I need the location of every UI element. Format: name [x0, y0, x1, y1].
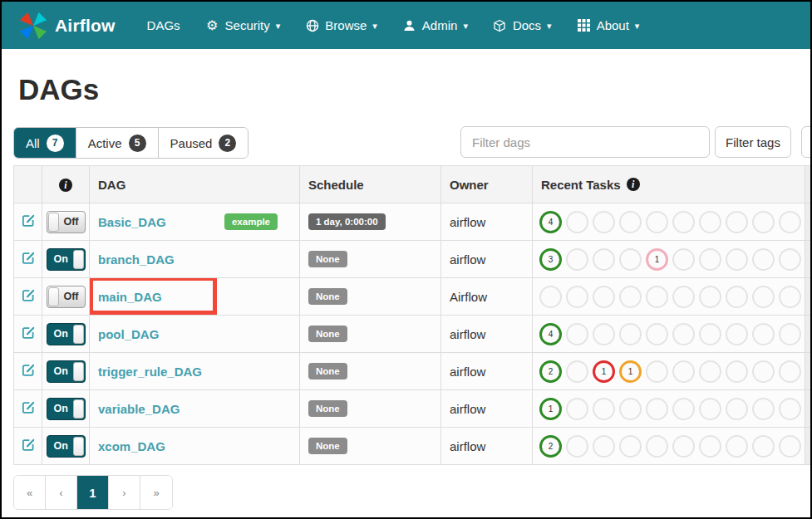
schedule-badge[interactable]: None: [308, 363, 347, 379]
dag-link[interactable]: main_DAG: [98, 290, 162, 304]
page-prev-button[interactable]: ‹: [46, 476, 77, 509]
task-status-circle[interactable]: [752, 211, 775, 233]
dag-link[interactable]: branch_DAG: [98, 252, 175, 267]
task-status-circle[interactable]: [699, 248, 721, 271]
task-status-circle[interactable]: [619, 435, 642, 458]
task-status-circle[interactable]: [593, 248, 615, 271]
task-status-circle[interactable]: [593, 435, 615, 458]
task-status-circle[interactable]: [779, 286, 801, 308]
task-status-circle[interactable]: [593, 211, 615, 233]
task-status-circle[interactable]: [619, 211, 642, 233]
task-status-circle[interactable]: [619, 398, 642, 420]
task-status-circle[interactable]: [566, 435, 588, 458]
task-status-circle[interactable]: [779, 323, 801, 345]
dag-link[interactable]: trigger_rule_DAG: [98, 365, 202, 379]
task-status-circle[interactable]: [539, 286, 562, 308]
task-status-circle[interactable]: [672, 435, 695, 458]
filter-tags-select[interactable]: Filter tags: [715, 126, 791, 158]
header-owner[interactable]: Owner: [441, 166, 533, 203]
dag-pause-toggle[interactable]: On: [47, 435, 86, 458]
edit-icon[interactable]: [21, 400, 36, 415]
info-icon[interactable]: i: [627, 178, 640, 191]
task-status-circle[interactable]: [699, 323, 721, 345]
task-status-circle[interactable]: [646, 360, 668, 383]
nav-item-dags[interactable]: DAGs: [147, 18, 180, 32]
task-status-circle[interactable]: [646, 398, 668, 420]
task-status-circle[interactable]: [566, 286, 588, 308]
schedule-badge[interactable]: None: [308, 326, 347, 342]
task-status-circle[interactable]: [779, 360, 801, 383]
nav-item-about[interactable]: About ▾: [577, 18, 640, 32]
task-status-circle[interactable]: 1: [539, 398, 562, 420]
info-icon[interactable]: i: [59, 179, 72, 192]
task-status-circle[interactable]: 1: [593, 360, 615, 383]
task-status-circle[interactable]: [752, 360, 775, 383]
dag-pause-toggle[interactable]: On: [47, 248, 86, 271]
header-dag[interactable]: DAG: [90, 166, 300, 203]
task-status-circle[interactable]: [646, 323, 668, 345]
schedule-badge[interactable]: None: [308, 400, 347, 417]
dag-link[interactable]: variable_DAG: [98, 402, 180, 416]
edit-icon[interactable]: [21, 213, 36, 228]
dag-pause-toggle[interactable]: On: [47, 398, 86, 420]
edit-icon[interactable]: [21, 438, 36, 453]
header-schedule[interactable]: Schedule: [300, 166, 441, 203]
edit-icon[interactable]: [21, 326, 36, 340]
task-status-circle[interactable]: [752, 323, 775, 345]
edit-icon[interactable]: [21, 251, 36, 266]
task-status-circle[interactable]: [779, 435, 801, 458]
schedule-badge[interactable]: None: [308, 288, 347, 305]
dag-pause-toggle[interactable]: On: [47, 323, 86, 345]
task-status-circle[interactable]: [726, 286, 748, 308]
task-status-circle[interactable]: [672, 323, 695, 345]
task-status-circle[interactable]: [672, 211, 695, 233]
task-status-circle[interactable]: 1: [646, 248, 668, 271]
task-status-circle[interactable]: 1: [619, 360, 642, 383]
schedule-badge[interactable]: None: [308, 251, 347, 267]
task-status-circle[interactable]: [699, 398, 721, 420]
task-status-circle[interactable]: [752, 286, 775, 308]
tab-all[interactable]: All 7: [14, 128, 76, 158]
task-status-circle[interactable]: [566, 211, 588, 233]
dag-pause-toggle[interactable]: On: [47, 360, 86, 383]
task-status-circle[interactable]: [566, 398, 588, 420]
task-status-circle[interactable]: [726, 248, 748, 271]
task-status-circle[interactable]: 2: [539, 435, 562, 458]
task-status-circle[interactable]: 4: [539, 323, 562, 345]
page-last-button[interactable]: »: [140, 476, 172, 509]
page-next-button[interactable]: ›: [109, 476, 140, 509]
schedule-badge[interactable]: 1 day, 0:00:00: [308, 213, 386, 230]
dag-tag-badge[interactable]: example: [224, 213, 278, 230]
right-edge-partial-control[interactable]: [801, 126, 812, 158]
task-status-circle[interactable]: [593, 398, 615, 420]
task-status-circle[interactable]: [726, 211, 748, 233]
page-first-button[interactable]: «: [14, 476, 46, 509]
dag-link[interactable]: Basic_DAG: [98, 215, 166, 229]
page-1-button[interactable]: 1: [77, 476, 109, 509]
nav-item-admin[interactable]: Admin ▾: [402, 18, 468, 32]
task-status-circle[interactable]: [593, 323, 615, 345]
task-status-circle[interactable]: [646, 286, 668, 308]
task-status-circle[interactable]: [752, 435, 775, 458]
schedule-badge[interactable]: None: [308, 438, 347, 454]
task-status-circle[interactable]: [699, 286, 721, 308]
task-status-circle[interactable]: [726, 360, 748, 383]
task-status-circle[interactable]: 3: [539, 248, 562, 271]
task-status-circle[interactable]: [726, 435, 748, 458]
task-status-circle[interactable]: [779, 211, 801, 233]
task-status-circle[interactable]: [566, 360, 588, 383]
tab-paused[interactable]: Paused 2: [159, 128, 249, 158]
task-status-circle[interactable]: [779, 398, 801, 420]
task-status-circle[interactable]: [752, 398, 775, 420]
dag-link[interactable]: xcom_DAG: [98, 439, 165, 453]
task-status-circle[interactable]: [699, 360, 721, 383]
task-status-circle[interactable]: [699, 435, 721, 458]
nav-item-docs[interactable]: Docs ▾: [493, 18, 552, 32]
task-status-circle[interactable]: [619, 286, 642, 308]
edit-icon[interactable]: [21, 363, 36, 378]
tab-active[interactable]: Active 5: [76, 128, 159, 158]
task-status-circle[interactable]: [566, 323, 588, 345]
dag-pause-toggle[interactable]: Off: [47, 286, 86, 308]
task-status-circle[interactable]: [566, 248, 588, 271]
nav-item-browse[interactable]: Browse ▾: [305, 18, 377, 32]
